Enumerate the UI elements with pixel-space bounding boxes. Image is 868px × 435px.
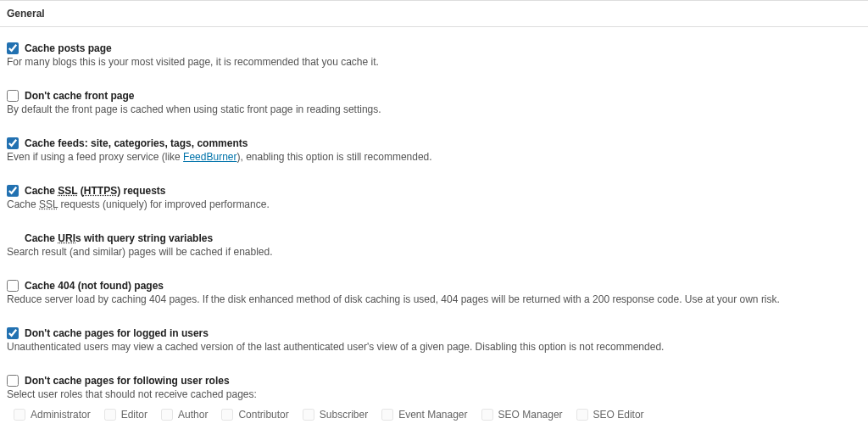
- role-event-manager[interactable]: Event Manager: [381, 409, 467, 421]
- checkbox-role: [14, 409, 25, 421]
- setting-label: Don't cache pages for logged in users: [25, 327, 209, 339]
- role-administrator[interactable]: Administrator: [14, 409, 91, 421]
- setting-row[interactable]: Cache posts page: [7, 42, 861, 54]
- setting-cache-404: Cache 404 (not found) pages Reduce serve…: [7, 280, 861, 305]
- setting-dont-cache-front: Don't cache front page By default the fr…: [7, 90, 861, 115]
- setting-desc: Even if using a feed proxy service (like…: [7, 151, 861, 163]
- checkbox-cache-ssl[interactable]: [7, 185, 19, 197]
- checkbox-role: [481, 409, 493, 421]
- abbr-https: HTTPS: [84, 185, 117, 197]
- checkbox-cache-feeds[interactable]: [7, 137, 19, 149]
- checkbox-role: [161, 409, 173, 421]
- checkbox-role: [576, 409, 588, 421]
- setting-row[interactable]: Don't cache front page: [7, 90, 861, 102]
- abbr-uri: URI: [58, 232, 75, 244]
- setting-label: Don't cache front page: [25, 90, 135, 102]
- setting-desc: For many blogs this is your most visited…: [7, 56, 861, 68]
- abbr-ssl: SSL: [58, 185, 77, 197]
- setting-label: Cache feeds: site, categories, tags, com…: [25, 137, 248, 149]
- setting-row[interactable]: Cache feeds: site, categories, tags, com…: [7, 137, 861, 149]
- role-contributor[interactable]: Contributor: [221, 409, 288, 421]
- setting-label: Cache SSL (HTTPS) requests: [25, 185, 166, 197]
- setting-desc: Select user roles that should not receiv…: [7, 388, 861, 400]
- role-subscriber[interactable]: Subscriber: [303, 409, 368, 421]
- setting-desc: Unauthenticated users may view a cached …: [7, 341, 861, 353]
- role-seo-editor[interactable]: SEO Editor: [576, 409, 644, 421]
- role-seo-manager[interactable]: SEO Manager: [481, 409, 563, 421]
- setting-dont-cache-roles: Don't cache pages for following user rol…: [7, 375, 861, 421]
- settings-panel: Cache posts page For many blogs this is …: [0, 27, 868, 435]
- panel-header: General: [0, 0, 868, 27]
- role-author[interactable]: Author: [161, 409, 208, 421]
- checkbox-role: [381, 409, 393, 421]
- checkbox-cache-posts[interactable]: [7, 42, 19, 54]
- setting-label: Cache URIs with query string variables: [25, 232, 213, 244]
- setting-row[interactable]: Cache SSL (HTTPS) requests: [7, 185, 861, 197]
- setting-cache-ssl: Cache SSL (HTTPS) requests Cache SSL req…: [7, 185, 861, 210]
- setting-row[interactable]: Don't cache pages for logged in users: [7, 327, 861, 339]
- setting-cache-posts: Cache posts page For many blogs this is …: [7, 42, 861, 68]
- setting-row[interactable]: Don't cache pages for following user rol…: [7, 375, 861, 387]
- checkbox-role: [303, 409, 314, 421]
- setting-label: Cache posts page: [25, 42, 112, 54]
- abbr-ssl: SSL: [39, 198, 58, 210]
- checkbox-dont-cache-logged[interactable]: [7, 327, 19, 339]
- setting-cache-query: Cache URIs with query string variables S…: [7, 232, 861, 258]
- setting-row[interactable]: Cache URIs with query string variables: [7, 232, 861, 244]
- setting-label: Don't cache pages for following user rol…: [25, 375, 230, 387]
- checkbox-dont-cache-roles[interactable]: [7, 375, 19, 387]
- panel-title: General: [7, 8, 45, 20]
- checkbox-dont-cache-front[interactable]: [7, 90, 19, 102]
- role-editor[interactable]: Editor: [104, 409, 147, 421]
- setting-desc: Reduce server load by caching 404 pages.…: [7, 293, 861, 305]
- checkbox-cache-404[interactable]: [7, 280, 19, 292]
- checkbox-role: [104, 409, 116, 421]
- link-feedburner[interactable]: FeedBurner: [183, 151, 236, 163]
- checkbox-role: [221, 409, 233, 421]
- setting-row[interactable]: Cache 404 (not found) pages: [7, 280, 861, 292]
- setting-desc: By default the front page is cached when…: [7, 103, 861, 115]
- setting-desc: Cache SSL requests (uniquely) for improv…: [7, 198, 861, 210]
- setting-cache-feeds: Cache feeds: site, categories, tags, com…: [7, 137, 861, 163]
- setting-label: Cache 404 (not found) pages: [25, 280, 164, 292]
- setting-dont-cache-logged: Don't cache pages for logged in users Un…: [7, 327, 861, 353]
- roles-list: Administrator Editor Author Contributor …: [7, 409, 861, 421]
- setting-desc: Search result (and similar) pages will b…: [7, 246, 861, 258]
